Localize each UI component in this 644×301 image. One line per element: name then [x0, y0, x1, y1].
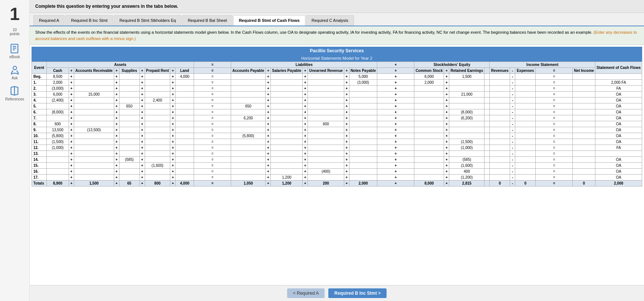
cell-input[interactable]: [415, 158, 443, 162]
cell-input[interactable]: [450, 140, 484, 144]
cell-input[interactable]: [47, 104, 68, 108]
cell-input[interactable]: [573, 122, 595, 126]
cell-input[interactable]: [490, 116, 509, 120]
cell-input[interactable]: [516, 134, 535, 138]
cell-input[interactable]: [120, 116, 139, 120]
cell-input[interactable]: [596, 140, 641, 144]
cell-input[interactable]: [573, 80, 595, 85]
cell-input[interactable]: [350, 152, 377, 156]
cell-input[interactable]: [176, 98, 193, 102]
cell-input[interactable]: [415, 134, 443, 138]
cell-input[interactable]: [271, 175, 302, 179]
cell-input[interactable]: [120, 152, 139, 156]
cell-input[interactable]: [450, 158, 484, 162]
cell-input[interactable]: [415, 98, 443, 102]
cell-input[interactable]: [75, 163, 114, 168]
cell-input[interactable]: [75, 122, 114, 126]
cell-input[interactable]: [516, 140, 535, 144]
cell-input[interactable]: [350, 146, 377, 150]
cell-input[interactable]: [573, 140, 595, 144]
cell-input[interactable]: [415, 80, 443, 85]
cell-input[interactable]: [75, 158, 114, 162]
cell-input[interactable]: [450, 146, 484, 150]
cell-input[interactable]: [47, 169, 68, 173]
cell-input[interactable]: [415, 175, 443, 179]
cell-input[interactable]: [516, 152, 535, 156]
cell-input[interactable]: [120, 140, 139, 144]
cell-input[interactable]: [350, 175, 377, 179]
cell-input[interactable]: [415, 104, 443, 108]
cell-input[interactable]: [415, 128, 443, 132]
cell-input[interactable]: [271, 110, 302, 114]
tab-required-a[interactable]: Required A: [33, 15, 65, 26]
cell-input[interactable]: [145, 86, 170, 90]
cell-input[interactable]: [596, 175, 641, 179]
cell-input[interactable]: [47, 140, 68, 144]
cell-input[interactable]: [415, 116, 443, 120]
cell-input[interactable]: [450, 169, 484, 173]
cell-input[interactable]: [47, 98, 68, 102]
cell-input[interactable]: [596, 110, 641, 114]
cell-input[interactable]: [120, 86, 139, 90]
cell-input[interactable]: [573, 98, 595, 102]
cell-input[interactable]: [350, 128, 377, 132]
cell-input[interactable]: [145, 116, 170, 120]
cell-input[interactable]: [350, 158, 377, 162]
cell-input[interactable]: [573, 169, 595, 173]
references-button[interactable]: References: [5, 86, 24, 101]
cell-input[interactable]: [596, 146, 641, 150]
cell-input[interactable]: [308, 110, 344, 114]
cell-input[interactable]: [450, 110, 484, 114]
cell-input[interactable]: [490, 152, 509, 156]
cell-input[interactable]: [490, 122, 509, 126]
cell-input[interactable]: [596, 122, 641, 126]
cell-input[interactable]: [450, 163, 484, 168]
cell-input[interactable]: [450, 116, 484, 120]
cell-input[interactable]: [47, 110, 68, 114]
cell-input[interactable]: [176, 128, 193, 132]
cell-input[interactable]: [75, 110, 114, 114]
cell-input[interactable]: [145, 158, 170, 162]
cell-input[interactable]: [231, 98, 265, 102]
cell-input[interactable]: [415, 163, 443, 168]
cell-input[interactable]: [231, 104, 265, 108]
cell-input[interactable]: [271, 116, 302, 120]
cell-input[interactable]: [573, 163, 595, 168]
cell-input[interactable]: [490, 98, 509, 102]
cell-input[interactable]: [120, 134, 139, 138]
cell-input[interactable]: [450, 122, 484, 126]
cell-input[interactable]: [120, 110, 139, 114]
cell-input[interactable]: [596, 128, 641, 132]
cell-input[interactable]: [271, 80, 302, 85]
cell-input[interactable]: [47, 134, 68, 138]
cell-input[interactable]: [573, 110, 595, 114]
cell-input[interactable]: [573, 92, 595, 96]
cell-input[interactable]: [47, 116, 68, 120]
cell-input[interactable]: [271, 169, 302, 173]
cell-input[interactable]: [516, 92, 535, 96]
cell-input[interactable]: [490, 86, 509, 90]
cell-input[interactable]: [75, 140, 114, 144]
cell-input[interactable]: [47, 152, 68, 156]
cell-input[interactable]: [271, 92, 302, 96]
cell-input[interactable]: [516, 98, 535, 102]
cell-input[interactable]: [176, 116, 193, 120]
cell-input[interactable]: [573, 175, 595, 179]
cell-input[interactable]: [596, 163, 641, 168]
cell-input[interactable]: [516, 158, 535, 162]
cell-input[interactable]: [596, 98, 641, 102]
cell-input[interactable]: [176, 152, 193, 156]
cell-input[interactable]: [271, 122, 302, 126]
cell-input[interactable]: [308, 92, 344, 96]
cell-input[interactable]: [231, 92, 265, 96]
cell-input[interactable]: [120, 169, 139, 173]
cell-input[interactable]: [490, 140, 509, 144]
cell-input[interactable]: [450, 134, 484, 138]
cell-input[interactable]: [596, 104, 641, 108]
cell-input[interactable]: [231, 80, 265, 85]
cell-input[interactable]: [176, 140, 193, 144]
cell-input[interactable]: [75, 175, 114, 179]
cell-input[interactable]: [490, 169, 509, 173]
cell-input[interactable]: [271, 98, 302, 102]
cell-input[interactable]: [75, 116, 114, 120]
